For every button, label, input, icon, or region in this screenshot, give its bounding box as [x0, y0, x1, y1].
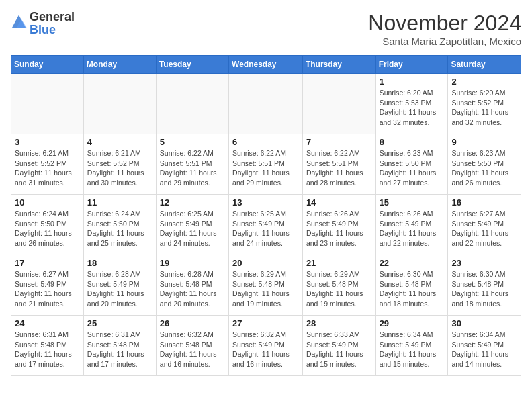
day-info: Sunrise: 6:32 AMSunset: 5:48 PMDaylight:…	[160, 330, 225, 369]
calendar-cell: 4Sunrise: 6:21 AMSunset: 5:52 PMDaylight…	[83, 134, 156, 195]
calendar-cell: 5Sunrise: 6:22 AMSunset: 5:51 PMDaylight…	[156, 134, 228, 195]
calendar-week-3: 10Sunrise: 6:24 AMSunset: 5:50 PMDayligh…	[11, 195, 521, 255]
calendar-cell: 23Sunrise: 6:30 AMSunset: 5:48 PMDayligh…	[448, 255, 521, 316]
day-info: Sunrise: 6:31 AMSunset: 5:48 PMDaylight:…	[87, 330, 152, 369]
day-number: 4	[87, 137, 152, 147]
calendar-cell: 16Sunrise: 6:27 AMSunset: 5:49 PMDayligh…	[448, 195, 521, 255]
day-info: Sunrise: 6:22 AMSunset: 5:51 PMDaylight:…	[306, 148, 372, 188]
day-number: 16	[451, 197, 517, 208]
day-info: Sunrise: 6:30 AMSunset: 5:48 PMDaylight:…	[451, 269, 517, 309]
calendar-cell: 19Sunrise: 6:28 AMSunset: 5:48 PMDayligh…	[156, 255, 228, 316]
calendar-header-row: SundayMondayTuesdayWednesdayThursdayFrid…	[11, 56, 521, 74]
day-number: 1	[380, 77, 445, 87]
day-number: 2	[451, 77, 517, 87]
day-info: Sunrise: 6:27 AMSunset: 5:49 PMDaylight:…	[15, 269, 80, 309]
day-info: Sunrise: 6:25 AMSunset: 5:49 PMDaylight:…	[232, 209, 299, 248]
day-info: Sunrise: 6:22 AMSunset: 5:51 PMDaylight:…	[160, 148, 225, 188]
logo: General Blue	[11, 11, 75, 36]
calendar-cell: 27Sunrise: 6:32 AMSunset: 5:49 PMDayligh…	[229, 316, 303, 376]
day-number: 30	[451, 318, 517, 328]
calendar-cell: 22Sunrise: 6:30 AMSunset: 5:48 PMDayligh…	[375, 255, 448, 316]
calendar-cell: 3Sunrise: 6:21 AMSunset: 5:52 PMDaylight…	[11, 134, 84, 195]
day-info: Sunrise: 6:26 AMSunset: 5:49 PMDaylight:…	[306, 209, 372, 248]
calendar-week-4: 17Sunrise: 6:27 AMSunset: 5:49 PMDayligh…	[11, 255, 521, 316]
day-number: 21	[306, 258, 372, 268]
day-number: 7	[306, 137, 372, 147]
day-number: 3	[15, 137, 80, 147]
day-number: 22	[380, 258, 445, 268]
logo-icon	[11, 14, 27, 30]
day-number: 26	[160, 318, 225, 328]
calendar-header-saturday: Saturday	[448, 56, 521, 74]
calendar-header-friday: Friday	[375, 56, 448, 74]
logo-text-general: General	[30, 10, 75, 24]
day-number: 12	[160, 197, 225, 208]
calendar-header-tuesday: Tuesday	[156, 56, 228, 74]
month-title: November 2024	[368, 11, 521, 36]
day-info: Sunrise: 6:30 AMSunset: 5:48 PMDaylight:…	[380, 269, 445, 309]
day-info: Sunrise: 6:21 AMSunset: 5:52 PMDaylight:…	[87, 148, 152, 188]
day-info: Sunrise: 6:34 AMSunset: 5:49 PMDaylight:…	[380, 330, 445, 369]
calendar-cell: 7Sunrise: 6:22 AMSunset: 5:51 PMDaylight…	[302, 134, 375, 195]
calendar-cell: 28Sunrise: 6:33 AMSunset: 5:49 PMDayligh…	[302, 316, 375, 376]
calendar-cell: 26Sunrise: 6:32 AMSunset: 5:48 PMDayligh…	[156, 316, 228, 376]
day-info: Sunrise: 6:29 AMSunset: 5:48 PMDaylight:…	[232, 269, 299, 309]
calendar-cell	[302, 74, 375, 134]
calendar-cell: 15Sunrise: 6:26 AMSunset: 5:49 PMDayligh…	[375, 195, 448, 255]
day-number: 28	[306, 318, 372, 328]
calendar-cell: 12Sunrise: 6:25 AMSunset: 5:49 PMDayligh…	[156, 195, 228, 255]
calendar-cell	[83, 74, 156, 134]
day-number: 5	[160, 137, 225, 147]
calendar-cell: 8Sunrise: 6:23 AMSunset: 5:50 PMDaylight…	[375, 134, 448, 195]
day-number: 8	[380, 137, 445, 147]
day-number: 15	[380, 197, 445, 208]
calendar-week-5: 24Sunrise: 6:31 AMSunset: 5:48 PMDayligh…	[11, 316, 521, 376]
calendar-cell: 21Sunrise: 6:29 AMSunset: 5:48 PMDayligh…	[302, 255, 375, 316]
calendar-cell: 24Sunrise: 6:31 AMSunset: 5:48 PMDayligh…	[11, 316, 84, 376]
day-info: Sunrise: 6:26 AMSunset: 5:49 PMDaylight:…	[380, 209, 445, 248]
location-subtitle: Santa Maria Zapotitlan, Mexico	[368, 36, 521, 47]
calendar-cell: 20Sunrise: 6:29 AMSunset: 5:48 PMDayligh…	[229, 255, 303, 316]
day-info: Sunrise: 6:28 AMSunset: 5:48 PMDaylight:…	[160, 269, 225, 309]
day-number: 25	[87, 318, 152, 328]
logo-text-blue: Blue	[30, 23, 56, 36]
day-number: 23	[451, 258, 517, 268]
calendar-cell: 2Sunrise: 6:20 AMSunset: 5:52 PMDaylight…	[448, 74, 521, 134]
calendar-header-monday: Monday	[83, 56, 156, 74]
day-number: 17	[15, 258, 80, 268]
day-info: Sunrise: 6:33 AMSunset: 5:49 PMDaylight:…	[306, 330, 372, 369]
calendar-cell: 6Sunrise: 6:22 AMSunset: 5:51 PMDaylight…	[229, 134, 303, 195]
day-info: Sunrise: 6:31 AMSunset: 5:48 PMDaylight:…	[15, 330, 80, 369]
title-section: November 2024 Santa Maria Zapotitlan, Me…	[368, 11, 521, 47]
day-info: Sunrise: 6:21 AMSunset: 5:52 PMDaylight:…	[15, 148, 80, 188]
day-info: Sunrise: 6:28 AMSunset: 5:49 PMDaylight:…	[87, 269, 152, 309]
day-info: Sunrise: 6:34 AMSunset: 5:49 PMDaylight:…	[451, 330, 517, 369]
day-info: Sunrise: 6:20 AMSunset: 5:52 PMDaylight:…	[451, 88, 517, 128]
calendar-cell: 25Sunrise: 6:31 AMSunset: 5:48 PMDayligh…	[83, 316, 156, 376]
day-number: 6	[232, 137, 299, 147]
day-number: 19	[160, 258, 225, 268]
day-number: 20	[232, 258, 299, 268]
day-info: Sunrise: 6:27 AMSunset: 5:49 PMDaylight:…	[451, 209, 517, 248]
day-info: Sunrise: 6:22 AMSunset: 5:51 PMDaylight:…	[232, 148, 299, 188]
calendar-cell: 30Sunrise: 6:34 AMSunset: 5:49 PMDayligh…	[448, 316, 521, 376]
calendar-header-wednesday: Wednesday	[229, 56, 303, 74]
calendar-cell: 1Sunrise: 6:20 AMSunset: 5:53 PMDaylight…	[375, 74, 448, 134]
day-info: Sunrise: 6:20 AMSunset: 5:53 PMDaylight:…	[380, 88, 445, 128]
calendar-cell: 17Sunrise: 6:27 AMSunset: 5:49 PMDayligh…	[11, 255, 84, 316]
day-info: Sunrise: 6:29 AMSunset: 5:48 PMDaylight:…	[306, 269, 372, 309]
day-info: Sunrise: 6:24 AMSunset: 5:50 PMDaylight:…	[15, 209, 80, 248]
calendar-cell: 9Sunrise: 6:23 AMSunset: 5:50 PMDaylight…	[448, 134, 521, 195]
calendar-table: SundayMondayTuesdayWednesdayThursdayFrid…	[11, 55, 521, 376]
calendar-cell: 10Sunrise: 6:24 AMSunset: 5:50 PMDayligh…	[11, 195, 84, 255]
day-number: 14	[306, 197, 372, 208]
day-number: 10	[15, 197, 80, 208]
calendar-cell: 11Sunrise: 6:24 AMSunset: 5:50 PMDayligh…	[83, 195, 156, 255]
day-number: 29	[380, 318, 445, 328]
day-number: 27	[232, 318, 299, 328]
calendar-cell	[229, 74, 303, 134]
calendar-cell: 29Sunrise: 6:34 AMSunset: 5:49 PMDayligh…	[375, 316, 448, 376]
day-info: Sunrise: 6:24 AMSunset: 5:50 PMDaylight:…	[87, 209, 152, 248]
calendar-cell	[11, 74, 84, 134]
calendar-cell: 13Sunrise: 6:25 AMSunset: 5:49 PMDayligh…	[229, 195, 303, 255]
